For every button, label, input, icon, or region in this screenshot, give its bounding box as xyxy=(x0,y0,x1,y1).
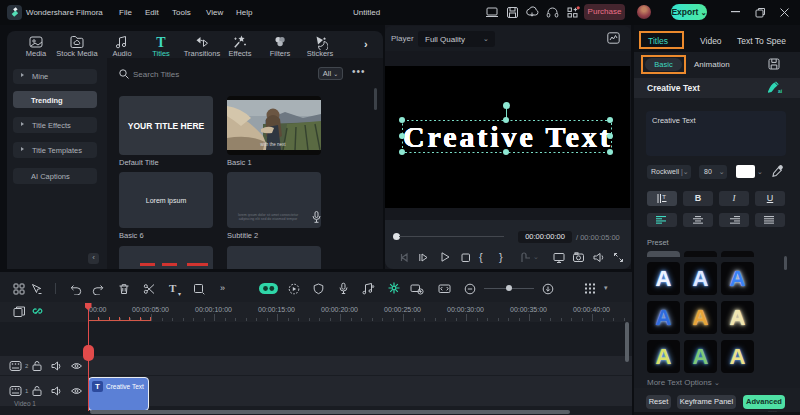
svg-text:ai: ai xyxy=(778,88,783,94)
svg-text:with the next: with the next xyxy=(260,142,286,147)
svg-text:T: T xyxy=(662,194,666,200)
svg-text:T: T xyxy=(156,35,166,50)
